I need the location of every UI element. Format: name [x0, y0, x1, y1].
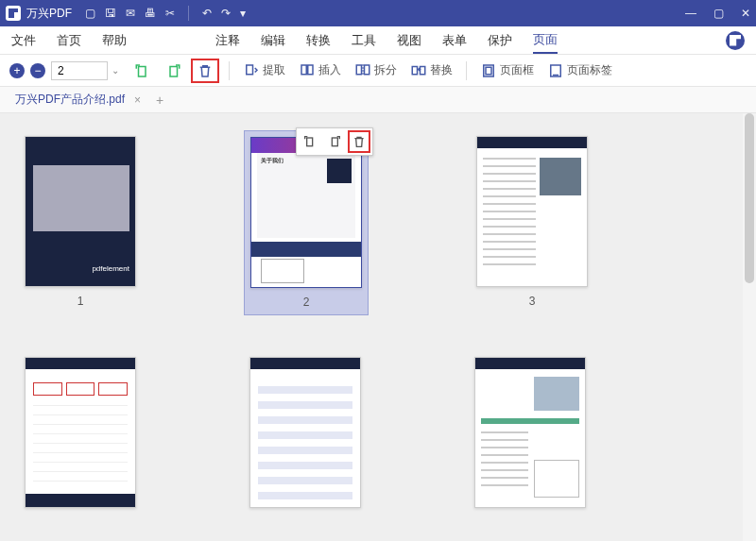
titlebar: 万兴PDF ▢ 🖫 ✉ 🖶 ✂ ↶ ↷ ▾ ― ▢ ✕ [0, 0, 756, 26]
rotate-left-button[interactable] [130, 60, 155, 81]
delete-page-button[interactable] [191, 59, 219, 83]
menu-edit[interactable]: 编辑 [261, 32, 285, 49]
page-number: 2 [303, 296, 310, 309]
page-thumb[interactable]: 3 [476, 136, 588, 310]
pagebox-button[interactable]: 页面框 [476, 60, 538, 81]
cut-icon[interactable]: ✂ [165, 7, 175, 20]
page-thumb-selected[interactable]: 2 [244, 130, 369, 315]
menu-annotate[interactable]: 注释 [215, 32, 240, 49]
page-thumb[interactable]: 1 [25, 136, 136, 310]
separator [188, 6, 189, 21]
menu-home[interactable]: 首页 [57, 32, 81, 49]
svg-rect-0 [139, 66, 146, 76]
tab-label: 万兴PDF产品介绍.pdf [15, 92, 125, 108]
zoom-in-button[interactable]: + [9, 63, 25, 78]
menubar: 文件 首页 帮助 注释 编辑 转换 工具 视图 表单 保护 页面 [0, 26, 756, 55]
page-input[interactable] [51, 61, 108, 80]
svg-rect-9 [421, 66, 425, 74]
maximize-icon[interactable]: ▢ [713, 7, 724, 20]
document-tab[interactable]: 万兴PDF产品介绍.pdf × [8, 92, 148, 108]
replace-button[interactable]: 替换 [406, 60, 456, 81]
separator [229, 61, 230, 80]
menu-view[interactable]: 视图 [397, 32, 421, 49]
brand-logo-icon[interactable] [726, 31, 745, 50]
menu-page[interactable]: 页面 [533, 31, 558, 54]
insert-button[interactable]: 插入 [295, 60, 345, 81]
menu-tool[interactable]: 工具 [352, 32, 376, 49]
close-icon[interactable]: ✕ [741, 7, 750, 20]
page-number: 3 [529, 295, 536, 308]
app-logo-icon [6, 6, 21, 21]
svg-rect-8 [412, 66, 417, 74]
rotate-right-button[interactable] [161, 60, 185, 81]
redo-icon[interactable]: ↷ [221, 7, 231, 20]
svg-rect-3 [301, 65, 306, 75]
svg-rect-1 [170, 66, 178, 76]
menu-protect[interactable]: 保护 [488, 32, 512, 49]
pagelabel-button[interactable]: 页面标签 [543, 60, 616, 81]
tabbar: 万兴PDF产品介绍.pdf × + [0, 87, 756, 113]
menu-convert[interactable]: 转换 [306, 32, 331, 49]
page-number: 1 [77, 295, 84, 308]
page-thumbnails-viewport[interactable]: 1 2 3 [0, 113, 756, 541]
save-icon[interactable]: 🖫 [105, 7, 116, 20]
page-thumb[interactable] [25, 357, 136, 508]
menu-file[interactable]: 文件 [11, 32, 36, 49]
undo-icon[interactable]: ↶ [202, 7, 212, 20]
svg-rect-2 [247, 65, 253, 75]
toolbar: + − ⌄ 提取 插入 拆分 替换 页面框 页面标签 [0, 55, 756, 87]
svg-rect-6 [365, 65, 369, 75]
page-thumb[interactable] [249, 357, 361, 508]
scrollbar-thumb[interactable] [745, 113, 754, 283]
tab-add-button[interactable]: + [156, 93, 163, 108]
svg-rect-5 [356, 65, 361, 75]
extract-button[interactable]: 提取 [239, 60, 289, 81]
split-button[interactable]: 拆分 [351, 60, 401, 81]
dropdown-icon[interactable]: ▾ [240, 7, 246, 20]
svg-rect-14 [307, 138, 313, 146]
svg-rect-4 [308, 65, 313, 75]
app-title: 万兴PDF [26, 6, 72, 22]
float-rotate-right-button[interactable] [323, 130, 346, 153]
mail-icon[interactable]: ✉ [126, 7, 135, 20]
menu-form[interactable]: 表单 [442, 32, 467, 49]
float-delete-button[interactable] [348, 130, 370, 153]
float-rotate-left-button[interactable] [299, 130, 321, 153]
page-thumb[interactable] [474, 357, 586, 508]
tab-close-icon[interactable]: × [134, 93, 141, 107]
svg-rect-15 [332, 138, 337, 146]
menu-help[interactable]: 帮助 [102, 32, 127, 49]
page-float-toolbar [296, 127, 373, 156]
print-icon[interactable]: 🖶 [145, 7, 156, 20]
zoom-out-button[interactable]: − [30, 63, 45, 78]
minimize-icon[interactable]: ― [685, 7, 696, 20]
separator [466, 61, 467, 80]
svg-rect-11 [486, 67, 491, 75]
scrollbar[interactable] [743, 113, 756, 541]
open-icon[interactable]: ▢ [85, 7, 95, 20]
page-dropdown-icon[interactable]: ⌄ [112, 65, 119, 76]
